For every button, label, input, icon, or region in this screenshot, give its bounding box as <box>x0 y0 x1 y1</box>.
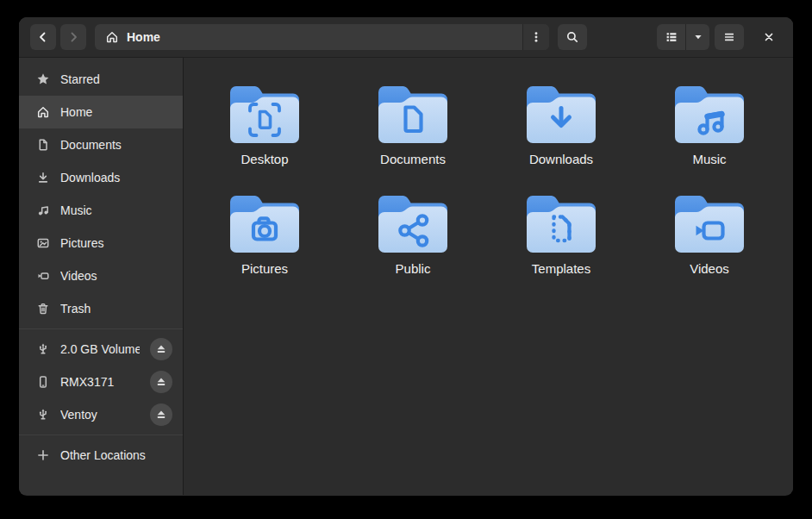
sidebar-item-downloads[interactable]: Downloads <box>19 161 183 194</box>
sidebar-separator <box>19 328 183 329</box>
usb-icon <box>36 408 50 422</box>
back-button[interactable] <box>30 24 56 50</box>
sidebar-item-label: RMX3171 <box>60 375 140 389</box>
sidebar-item-label: Starred <box>60 72 172 86</box>
sidebar-item-trash[interactable]: Trash <box>19 292 183 325</box>
desktop-folder-icon <box>230 82 299 144</box>
folder-label: Pictures <box>241 261 288 276</box>
folder-videos[interactable]: Videos <box>635 191 784 276</box>
eject-button[interactable] <box>150 403 172 426</box>
folder-label: Templates <box>532 261 590 276</box>
eject-button[interactable] <box>150 338 172 360</box>
caret-down-icon <box>691 30 705 44</box>
eject-icon <box>154 342 168 356</box>
sidebar-item-ventoy[interactable]: Ventoy <box>19 398 183 431</box>
home-icon <box>36 105 50 119</box>
sidebar-item-label: Ventoy <box>60 408 140 422</box>
sidebar-item-rmx3171[interactable]: RMX3171 <box>19 366 183 398</box>
folder-pictures[interactable]: Pictures <box>191 191 339 276</box>
sidebar-item-label: Videos <box>60 269 172 283</box>
sidebar-item-pictures[interactable]: Pictures <box>19 227 183 260</box>
kebab-menu-icon <box>529 30 543 44</box>
chevron-right-icon <box>66 30 80 44</box>
file-manager-window: Home Starred <box>19 17 793 496</box>
forward-button[interactable] <box>60 24 86 50</box>
sidebar-item-documents[interactable]: Documents <box>19 128 183 161</box>
templates-folder-icon <box>527 191 596 253</box>
folder-documents[interactable]: Documents <box>339 82 487 166</box>
eject-icon <box>154 375 168 389</box>
sidebar-item-label: Documents <box>60 138 172 152</box>
sidebar-separator <box>19 435 183 435</box>
list-view-icon <box>665 30 678 44</box>
trash-icon <box>36 302 50 316</box>
folder-music[interactable]: Music <box>635 82 784 166</box>
sidebar-places-list: Starred Home Documents Downloads Music P… <box>19 63 183 325</box>
close-button[interactable] <box>756 24 782 50</box>
sidebar-item-label: Other Locations <box>60 448 172 462</box>
sidebar: Starred Home Documents Downloads Music P… <box>19 58 184 495</box>
picture-icon <box>36 236 50 250</box>
sidebar-item-label: Downloads <box>60 171 172 184</box>
chevron-left-icon <box>36 30 50 44</box>
sidebar-item-label: Home <box>60 105 172 119</box>
main-menu-button[interactable] <box>715 24 744 50</box>
list-view-button[interactable] <box>657 24 686 50</box>
sidebar-item-home[interactable]: Home <box>19 96 183 128</box>
sidebar-item-videos[interactable]: Videos <box>19 260 183 292</box>
sidebar-item-music[interactable]: Music <box>19 194 183 227</box>
folder-label: Public <box>396 261 431 276</box>
download-icon <box>36 171 50 184</box>
star-icon <box>36 72 50 86</box>
folder-templates[interactable]: Templates <box>487 191 635 276</box>
hamburger-menu-icon <box>722 30 736 44</box>
path-menu-button[interactable] <box>522 24 549 50</box>
eject-icon <box>154 408 168 422</box>
folder-label: Videos <box>690 261 729 276</box>
usb-icon <box>36 342 50 356</box>
folder-downloads[interactable]: Downloads <box>487 82 635 166</box>
close-icon <box>762 30 776 44</box>
eject-button[interactable] <box>150 371 172 393</box>
videos-folder-icon <box>675 191 744 253</box>
documents-folder-icon <box>378 82 447 144</box>
current-location-label: Home <box>127 30 160 44</box>
view-toggle-group <box>657 24 709 50</box>
plus-icon <box>36 448 50 462</box>
folder-label: Documents <box>380 152 446 166</box>
folder-public[interactable]: Public <box>339 191 487 276</box>
folder-desktop[interactable]: Desktop <box>191 82 339 166</box>
music-folder-icon <box>675 82 744 144</box>
sidebar-item-other-locations[interactable]: Other Locations <box>19 439 183 472</box>
sidebar-item-starred[interactable]: Starred <box>19 63 183 96</box>
folder-label: Desktop <box>240 152 288 166</box>
video-icon <box>36 269 50 283</box>
document-icon <box>36 138 50 152</box>
search-button[interactable] <box>558 24 587 50</box>
public-folder-icon <box>378 191 447 253</box>
current-location-crumb[interactable]: Home <box>95 24 522 50</box>
folder-label: Music <box>692 152 726 166</box>
sidebar-item-label: Pictures <box>60 236 172 250</box>
sidebar-item-2-0-gb-volume[interactable]: 2.0 GB Volume <box>19 333 183 366</box>
sidebar-item-label: Music <box>60 203 172 217</box>
folder-label: Downloads <box>529 152 593 166</box>
header-bar: Home <box>19 17 793 58</box>
search-icon <box>565 30 579 44</box>
pictures-folder-icon <box>230 191 299 253</box>
content-area[interactable]: Desktop Documents Downloads Music Pictur… <box>184 58 793 495</box>
music-icon <box>36 203 50 217</box>
view-options-button[interactable] <box>686 24 709 50</box>
downloads-folder-icon <box>527 82 596 144</box>
files-grid: Desktop Documents Downloads Music Pictur… <box>191 82 793 276</box>
path-bar[interactable]: Home <box>95 24 549 50</box>
home-icon <box>105 30 119 44</box>
sidebar-item-label: Trash <box>60 302 172 316</box>
sidebar-devices-list: 2.0 GB Volume RMX3171 Ventoy <box>19 333 183 431</box>
phone-icon <box>36 375 50 389</box>
sidebar-item-label: 2.0 GB Volume <box>60 342 140 356</box>
